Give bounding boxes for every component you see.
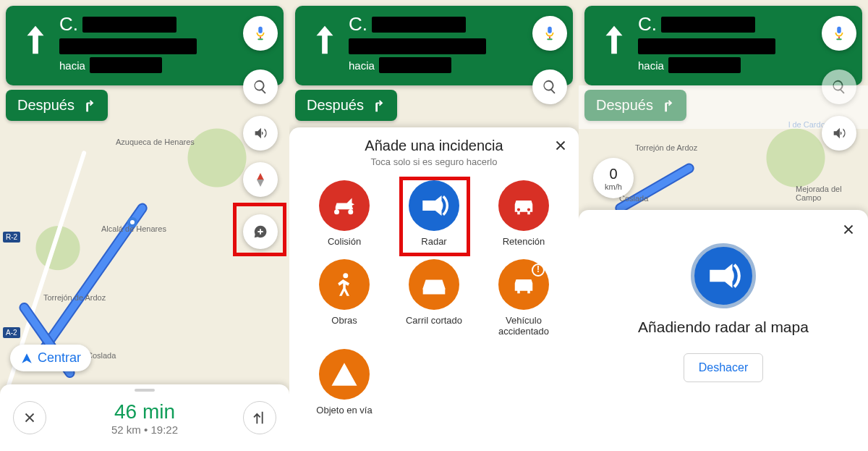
roadworks-icon: [329, 269, 359, 300]
turn-right-icon: [80, 98, 96, 114]
hazard-icon: [329, 359, 359, 389]
undo-button[interactable]: Deshacer: [684, 353, 763, 382]
svg-rect-7: [838, 37, 840, 39]
incident-label: Vehículo accidentado: [498, 316, 549, 337]
recenter-label: Centrar: [38, 350, 81, 366]
annotation-highlight: [399, 177, 470, 256]
sound-toggle-button[interactable]: [243, 116, 278, 151]
speed-value: 0: [609, 166, 617, 182]
redacted-text: [59, 38, 197, 54]
drag-handle[interactable]: [135, 389, 155, 392]
svg-rect-1: [260, 37, 261, 39]
sound-toggle-button[interactable]: [822, 116, 856, 151]
voice-search-button[interactable]: [532, 16, 567, 51]
close-button[interactable]: [553, 138, 569, 156]
annotation-highlight: [233, 203, 286, 256]
turn-right-icon: [370, 98, 386, 114]
incident-label: Objeto en vía: [316, 405, 372, 416]
svg-rect-4: [549, 37, 550, 39]
road-shield: R-2: [3, 232, 20, 243]
towards-label: hacia: [59, 59, 85, 72]
svg-rect-0: [258, 27, 263, 33]
confirmation-heading: Añadiendo radar al mapa: [593, 319, 854, 336]
confirmation-sheet: Añadiendo radar al mapa Deshacer: [579, 210, 868, 451]
voice-search-button[interactable]: [243, 16, 278, 51]
traffic-jam-icon: [509, 190, 539, 221]
map-place-torrejon: Torrejón de Ardoz: [43, 293, 106, 302]
redacted-text: [372, 17, 466, 33]
after-label: Después: [307, 97, 364, 114]
recenter-button[interactable]: Centrar: [10, 345, 91, 371]
direction-arrow-straight-icon: [597, 23, 631, 59]
navigation-banner[interactable]: C. hacia: [6, 6, 284, 85]
voice-search-button[interactable]: [822, 16, 856, 51]
redacted-text: [661, 17, 755, 33]
next-step-chip[interactable]: Después: [6, 90, 108, 121]
street-prefix: C.: [349, 13, 367, 35]
search-button[interactable]: [243, 69, 278, 104]
direction-arrow-straight-icon: [19, 23, 52, 59]
lane-closed-icon: [419, 269, 449, 300]
incident-option-carril[interactable]: Carril cortado: [391, 259, 477, 337]
map-place-coslada: Coslada: [87, 351, 116, 360]
svg-rect-2: [258, 38, 263, 40]
screenshot-3: Torrejón de Ardoz Mejorada del Campo Cos…: [579, 0, 868, 451]
next-step-chip[interactable]: Después: [295, 90, 397, 121]
eta-details: 52 km • 19:22: [111, 423, 178, 436]
close-button[interactable]: [841, 222, 856, 240]
navigation-banner[interactable]: C. hacia: [584, 6, 862, 85]
exit-navigation-button[interactable]: [13, 401, 46, 434]
screenshot-2: C. hacia Después Añade una incidencia To…: [289, 0, 579, 451]
compass-icon: [248, 167, 273, 192]
search-button[interactable]: [822, 69, 856, 104]
redacted-text: [82, 17, 176, 33]
direction-arrow-straight-icon: [308, 23, 341, 59]
speed-unit: km/h: [605, 182, 622, 191]
svg-rect-5: [547, 38, 552, 40]
street-prefix: C.: [59, 13, 78, 35]
sheet-title: Añade una incidencia: [297, 138, 571, 154]
map-place-torrejon: Torrejón de Ardoz: [635, 143, 697, 152]
screenshot-1: Azuqueca de Henares Alcalá de Henares To…: [0, 0, 289, 451]
towards-label: hacia: [638, 59, 664, 72]
compass-button[interactable]: [243, 162, 278, 197]
next-step-chip[interactable]: Después: [584, 90, 686, 121]
recenter-icon: [20, 352, 33, 365]
road-shield: A-2: [3, 327, 20, 338]
eta-bar[interactable]: 46 min 52 km • 19:22: [0, 384, 289, 451]
incident-option-colision[interactable]: Colisión: [301, 180, 388, 248]
crash-icon: [329, 190, 359, 221]
incident-option-retencion[interactable]: Retención: [480, 180, 567, 248]
map-place-mejorada: Mejorada del Campo: [796, 185, 868, 202]
after-label: Después: [596, 97, 653, 114]
incident-label: Obras: [331, 316, 357, 326]
incident-label: Carril cortado: [406, 316, 462, 326]
map-place-alcala: Alcalá de Henares: [101, 224, 166, 233]
incident-option-obras[interactable]: Obras: [301, 259, 388, 337]
towards-label: hacia: [349, 59, 375, 72]
sheet-subtitle: Toca solo si es seguro hacerlo: [297, 156, 571, 167]
incident-option-vehiculo[interactable]: !Vehículo accidentado: [480, 259, 567, 337]
turn-right-icon: [659, 98, 675, 114]
eta-time: 46 min: [111, 400, 178, 423]
redacted-text: [668, 57, 741, 73]
navigation-banner[interactable]: C. hacia: [295, 6, 573, 85]
redacted-text: [379, 57, 451, 73]
after-label: Después: [17, 97, 75, 114]
radar-icon-large: [691, 243, 756, 308]
svg-rect-8: [836, 38, 841, 40]
search-button[interactable]: [532, 69, 567, 104]
incident-label: Retención: [503, 237, 545, 248]
redacted-text: [90, 57, 162, 73]
alternate-routes-button[interactable]: [243, 401, 276, 434]
incident-option-objeto[interactable]: Objeto en vía: [301, 349, 388, 416]
redacted-text: [349, 38, 486, 54]
svg-rect-6: [837, 27, 841, 33]
map-place-azuqueca: Azuqueca de Henares: [116, 138, 195, 146]
svg-rect-3: [548, 27, 552, 33]
speed-indicator: 0 km/h: [593, 158, 634, 198]
street-prefix: C.: [638, 13, 657, 35]
incident-label: Colisión: [328, 237, 361, 248]
redacted-text: [638, 38, 775, 54]
